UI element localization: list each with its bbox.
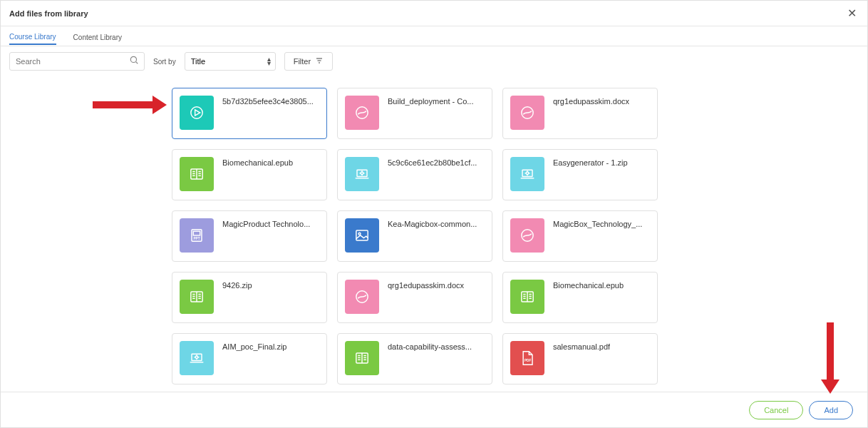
file-card[interactable]: Kea-Magicbox-common... <box>337 210 492 262</box>
file-name: 5c9c6ce61ec2b80be1cf... <box>388 157 477 167</box>
svg-point-26 <box>526 172 529 175</box>
modal-header: Add files from library ✕ <box>1 1 867 26</box>
file-card[interactable]: Build_deployment - Co... <box>337 88 492 139</box>
laptop-icon <box>345 157 379 191</box>
sort-select[interactable]: Title ▴▾ <box>185 52 276 71</box>
sort-value: Title <box>191 57 205 66</box>
file-name: AIM_poc_Final.zip <box>222 341 287 351</box>
add-button[interactable]: Add <box>809 401 853 419</box>
file-name: Easygenerator - 1.zip <box>553 157 628 167</box>
cancel-button[interactable]: Cancel <box>749 401 803 419</box>
file-name: qrg1edupasskim.docx <box>553 96 629 106</box>
annotation-arrow-1 <box>93 94 167 116</box>
filter-button[interactable]: Filter <box>284 52 333 71</box>
book-icon <box>180 157 214 191</box>
file-card[interactable]: Easygenerator - 1.zip <box>502 149 658 200</box>
svg-text:PPT: PPT <box>193 237 200 240</box>
svg-rect-32 <box>193 231 200 235</box>
file-name: Build_deployment - Co... <box>388 96 473 106</box>
close-icon: ✕ <box>847 6 857 20</box>
book-icon <box>510 280 544 314</box>
svg-line-1 <box>136 62 138 64</box>
file-card[interactable]: 9426.zip <box>172 272 327 323</box>
library-tabs: Course Library Content Library <box>1 29 867 46</box>
book-icon <box>180 280 214 314</box>
add-files-modal: Add files from library ✕ Course Library … <box>0 0 868 428</box>
search-wrap <box>9 52 145 71</box>
laptop-icon <box>180 341 214 375</box>
scorm-icon <box>345 280 379 314</box>
file-name: data-capability-assess... <box>388 341 472 351</box>
svg-point-56 <box>195 356 198 359</box>
image-icon <box>345 218 379 253</box>
scorm-icon <box>510 218 544 253</box>
chevron-updown-icon: ▴▾ <box>267 57 271 66</box>
annotation-arrow-2 <box>820 322 841 394</box>
toolbar: Sort by Title ▴▾ Filter <box>1 46 867 76</box>
scorm-icon <box>345 96 379 130</box>
svg-marker-73 <box>821 379 839 394</box>
search-icon <box>129 55 139 68</box>
file-card[interactable]: Biomechanical.epub <box>502 272 658 323</box>
play-icon <box>180 96 214 130</box>
filter-icon <box>315 56 324 66</box>
file-card[interactable]: 5c9c6ce61ec2b80be1cf... <box>337 149 492 200</box>
file-card[interactable]: qrg1edupasskim.docx <box>502 88 658 139</box>
modal-footer: Cancel Add <box>1 392 867 427</box>
file-card[interactable]: data-capability-assess... <box>337 333 492 384</box>
svg-point-35 <box>358 233 361 235</box>
svg-rect-34 <box>356 230 368 240</box>
file-name: Biomechanical.epub <box>553 280 624 290</box>
scorm-icon <box>510 96 544 130</box>
file-name: 5b7d32b5efee3c4e3805... <box>222 96 314 106</box>
file-card[interactable]: Biomechanical.epub <box>172 149 327 200</box>
file-name: Kea-Magicbox-common... <box>388 218 477 228</box>
file-card[interactable]: 5b7d32b5efee3c4e3805... <box>172 88 327 139</box>
filter-label: Filter <box>294 57 311 66</box>
tab-content-library[interactable]: Content Library <box>73 31 122 44</box>
file-name: Biomechanical.epub <box>222 157 293 167</box>
file-card[interactable]: MagicBox_Technology_... <box>502 210 658 262</box>
file-card[interactable]: AIM_poc_Final.zip <box>172 333 327 384</box>
file-name: qrg1edupasskim.docx <box>388 280 464 290</box>
svg-marker-6 <box>195 110 200 116</box>
file-name: MagicProduct Technolo... <box>222 218 310 228</box>
file-card[interactable]: PPTMagicProduct Technolo... <box>172 210 327 262</box>
tab-course-library[interactable]: Course Library <box>9 30 56 45</box>
file-card[interactable]: PDFsalesmanual.pdf <box>502 333 658 384</box>
ppt-icon: PPT <box>180 218 214 253</box>
file-list: 5b7d32b5efee3c4e3805...Build_deployment … <box>1 76 867 392</box>
sort-label: Sort by <box>153 58 176 66</box>
file-name: MagicBox_Technology_... <box>553 218 642 228</box>
modal-title: Add files from library <box>9 9 88 18</box>
search-input[interactable] <box>9 52 145 71</box>
file-name: salesmanual.pdf <box>553 341 610 351</box>
svg-point-19 <box>361 172 363 175</box>
svg-text:PDF: PDF <box>525 359 531 362</box>
pdf-icon: PDF <box>510 341 544 375</box>
close-button[interactable]: ✕ <box>844 6 859 21</box>
book-icon <box>345 341 379 375</box>
file-name: 9426.zip <box>222 280 252 290</box>
file-card[interactable]: qrg1edupasskim.docx <box>337 272 492 323</box>
laptop-icon <box>510 157 544 191</box>
svg-marker-71 <box>153 96 167 114</box>
svg-point-0 <box>130 56 136 62</box>
